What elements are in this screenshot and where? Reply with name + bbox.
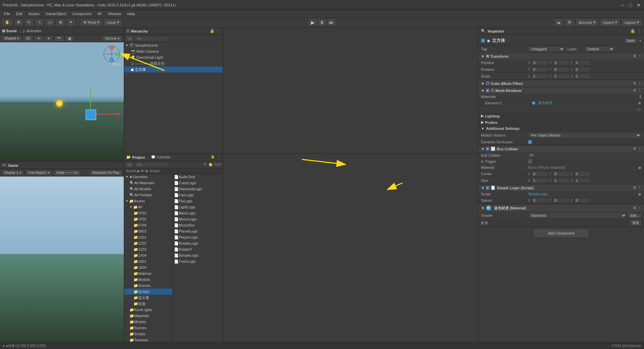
- scale-btn[interactable]: Scale ──── 1x: [53, 170, 81, 176]
- kevin-folder[interactable]: 📁 Kevin Igles: [124, 307, 172, 313]
- transform-kebab-icon[interactable]: ⋮: [638, 54, 641, 58]
- breadcrumb-af[interactable]: AF: [141, 169, 145, 173]
- menu-gameobject[interactable]: GameObject: [43, 11, 69, 16]
- add-hierarchy-btn[interactable]: +: [125, 36, 133, 42]
- static-button[interactable]: Static: [624, 38, 637, 43]
- mr-active-toggle[interactable]: ✓: [486, 89, 489, 92]
- play-button[interactable]: ▶: [308, 19, 317, 26]
- fav-all-materials[interactable]: 🔍 All Materials: [124, 180, 172, 186]
- proj-lock-icon[interactable]: 🔒: [211, 155, 215, 160]
- models-folder[interactable]: 📁 Models: [124, 319, 172, 325]
- script-fanlogic[interactable]: 📄 FanLogic: [173, 192, 223, 198]
- animator-tab[interactable]: ▷ Animator: [23, 29, 41, 33]
- af-1201[interactable]: 📁 1201: [124, 234, 172, 240]
- project-star-icon[interactable]: ⭐: [208, 162, 213, 167]
- pos-y-field[interactable]: [553, 60, 570, 65]
- project-search-input[interactable]: [135, 162, 168, 167]
- simple-logic-header[interactable]: ▼ ✓ 📄 Simple Logic (Script) ⚙ ⋮: [478, 184, 644, 191]
- size-x-field[interactable]: [532, 178, 548, 183]
- add-btn[interactable]: 添加: [630, 220, 641, 226]
- sl-script-target-icon[interactable]: ◉: [638, 192, 641, 196]
- af-models[interactable]: 📁 Models: [124, 277, 172, 283]
- menu-file[interactable]: File: [1, 11, 13, 16]
- hierarchy-item-samplescene[interactable]: ▼ 🎬 SampleScene ⋮: [124, 42, 223, 48]
- script-diamondlogic[interactable]: 📄 DiamondLogic: [173, 186, 223, 192]
- rotate-tool-btn[interactable]: ↻: [24, 19, 34, 26]
- af-0702[interactable]: 📁 0702: [124, 216, 172, 222]
- rect-tool-btn[interactable]: ▭: [45, 19, 55, 26]
- cloud-btn[interactable]: ⚙: [565, 19, 574, 26]
- fx-btn[interactable]: ✦: [44, 36, 53, 42]
- script-simplelogic[interactable]: 📄 SimpleLogic: [173, 252, 223, 258]
- size-y-field[interactable]: [553, 178, 570, 183]
- bc-mat-target-icon[interactable]: ◉: [638, 165, 641, 170]
- mat-gear-icon[interactable]: ⚙: [633, 206, 636, 210]
- sl-gear-icon[interactable]: ⚙: [633, 186, 636, 190]
- game-dots-icon[interactable]: ⋮: [118, 163, 122, 167]
- fav-all-models[interactable]: 🔍 All Models: [124, 186, 172, 192]
- scene-persp-btn[interactable]: ▦: [65, 36, 74, 42]
- layers-dropdown[interactable]: Layers ▾: [600, 19, 620, 26]
- script-mainlogic[interactable]: 📄 MainLogic: [173, 210, 223, 216]
- hierarchy-search-input[interactable]: [135, 36, 168, 41]
- script-moonlogic[interactable]: 📄 MoonLogic: [173, 216, 223, 222]
- layout-dropdown[interactable]: Layout ▾: [622, 19, 642, 26]
- rot-z-field[interactable]: [574, 67, 591, 72]
- center-y-field[interactable]: [553, 171, 570, 177]
- aspect-dropdown[interactable]: Free Aspect▾: [25, 170, 52, 176]
- af-1203[interactable]: 📁 1203: [124, 246, 172, 252]
- transform-header[interactable]: ▼ ⊞ Transform ⚙ ⋮: [478, 53, 644, 59]
- hierarchy-item-maincamera[interactable]: 📷 Main Camera: [124, 48, 223, 54]
- af-tips[interactable]: 📁 提示量: [124, 295, 172, 301]
- hierarchy-item-gamecontrol[interactable]: ⬡ ------------游戏主控: [124, 60, 223, 66]
- obj-name-field[interactable]: 立方体: [492, 38, 622, 44]
- sl-kebab-icon[interactable]: ⋮: [638, 186, 641, 190]
- insp-dots-icon[interactable]: ⋮: [637, 29, 641, 34]
- close-button[interactable]: ✕: [636, 2, 641, 8]
- favorites-item[interactable]: ▼ ★ Favorites: [124, 174, 172, 180]
- insp-lock-icon[interactable]: 🔒: [630, 29, 635, 34]
- shader-edit-btn[interactable]: Edit...: [628, 213, 641, 218]
- edit-collider-btn[interactable]: ✏: [528, 153, 535, 158]
- lighting-btn[interactable]: ☀: [34, 36, 43, 42]
- script-cubelogic[interactable]: 📄 CubeLogic: [173, 180, 223, 186]
- pause-button[interactable]: ⏸: [318, 19, 326, 26]
- af-0803[interactable]: 📁 0803: [124, 228, 172, 234]
- add-component-button[interactable]: Add Component: [534, 230, 588, 237]
- script-lightlogic[interactable]: 📄 LightLogic: [173, 204, 223, 210]
- mf-kebab-icon[interactable]: ⋮: [638, 81, 641, 86]
- hierarchy-item-cube[interactable]: ◼ 立方体: [124, 66, 223, 72]
- pos-x-field[interactable]: [532, 60, 548, 65]
- scenes-folder[interactable]: 📁 Scenes: [124, 325, 172, 331]
- tag-dropdown[interactable]: Untagged: [528, 46, 565, 52]
- hier-dots-icon[interactable]: ⋮: [216, 29, 221, 34]
- dots-icon[interactable]: ⋮: [118, 29, 122, 33]
- speed-z-field[interactable]: [574, 198, 591, 203]
- center-x-field[interactable]: [532, 171, 548, 177]
- account-dropdown[interactable]: Account ▾: [576, 19, 598, 26]
- console-tab[interactable]: 💬 Console: [151, 155, 170, 159]
- proj-dots-icon[interactable]: ⋮: [216, 155, 221, 160]
- add-project-btn[interactable]: +: [125, 162, 133, 168]
- remove-mat-icon[interactable]: -: [640, 107, 641, 112]
- pivot-dropdown[interactable]: ⊕ Pivot ▾: [80, 19, 102, 26]
- mesh-filter-header[interactable]: ▼ ⬡ Cube (Mesh Filter) ⚙ ⋮: [478, 80, 644, 87]
- add-mat-icon[interactable]: +: [637, 107, 640, 112]
- bc-kebab-icon[interactable]: ⋮: [638, 147, 641, 151]
- scene-nav-widget[interactable]: X Y Z: [103, 45, 121, 63]
- speed-y-field[interactable]: [553, 198, 570, 203]
- maximize-btn[interactable]: Maximize On Play: [89, 170, 122, 176]
- custom-tool-btn[interactable]: ✦: [66, 19, 75, 26]
- fav-all-prefabs[interactable]: 🔍 All Prefabs: [124, 192, 172, 198]
- center-z-field[interactable]: [574, 171, 591, 177]
- menu-assets[interactable]: Assets: [26, 11, 42, 16]
- menu-window[interactable]: Window: [105, 11, 124, 16]
- scale-y-field[interactable]: [553, 73, 570, 79]
- rot-y-field[interactable]: [553, 67, 570, 72]
- folder-af[interactable]: ▼ 📁 AF: [124, 204, 172, 210]
- mf-gear-icon[interactable]: ⚙: [633, 81, 636, 86]
- gizmos-dropdown[interactable]: Gizmos▾: [102, 36, 122, 42]
- af-scenes[interactable]: 📁 Scenes: [124, 283, 172, 289]
- scale-z-field[interactable]: [574, 73, 591, 79]
- af-scripts[interactable]: 📁 Scripts: [124, 289, 172, 295]
